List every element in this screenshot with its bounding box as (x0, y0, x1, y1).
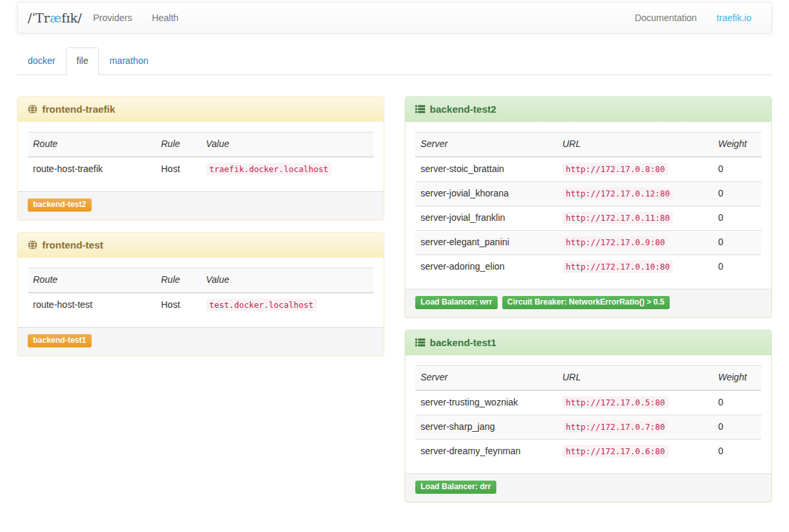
frontend-traefik-body: Route Rule Value route-host-traefik Host… (18, 122, 384, 191)
table-row: route-host-test Host test.docker.localho… (28, 293, 374, 317)
column-header-url: URL (557, 132, 713, 156)
load-balancer-badge: Load Balancer: wrr (415, 296, 498, 309)
url-cell: http://172.17.0.7:80 (557, 415, 713, 440)
frontend-test-panel: frontend-test Route Rule Value (17, 232, 384, 356)
column-header-url: URL (557, 366, 713, 390)
column-header-route: Route (28, 132, 156, 156)
panel-title: backend-test2 (430, 103, 496, 115)
nav-item-documentation[interactable]: Documentation (625, 4, 707, 32)
servers-table: Server URL Weight server-trusting_woznia… (415, 365, 761, 463)
tab-docker[interactable]: docker (17, 47, 66, 75)
servers-table: Server URL Weight server-stoic_brattain … (415, 132, 761, 279)
panel-title: backend-test1 (430, 337, 496, 348)
provider-tabs: docker file marathon (17, 47, 772, 75)
frontend-traefik-panel: frontend-traefik Route Rule Value (17, 96, 384, 220)
nav-item-health[interactable]: Health (142, 4, 188, 32)
weight-cell: 0 (713, 254, 762, 278)
frontend-test-footer: backend-test1 (18, 327, 384, 355)
tasks-icon (415, 338, 425, 347)
backend-test1-heading: backend-test1 (405, 330, 771, 355)
table-row: route-host-traefik Host traefik.docker.l… (28, 157, 374, 181)
weight-cell: 0 (713, 157, 762, 181)
column-header-value: Value (201, 132, 374, 156)
backend-test2-body: Server URL Weight server-stoic_brattain … (405, 122, 771, 289)
table-row: server-trusting_wozniak http://172.17.0.… (415, 390, 761, 415)
url-cell: http://172.17.0.6:80 (557, 440, 713, 463)
server-cell: server-adoring_elion (415, 254, 557, 278)
url-cell: http://172.17.0.12:80 (557, 181, 713, 206)
tab-file[interactable]: file (66, 47, 99, 75)
table-header-row: Server URL Weight (415, 366, 761, 390)
navbar-right-menu: Documentation traefik.io (625, 3, 761, 33)
server-cell: server-jovial_franklin (415, 206, 557, 230)
backend-test2-footer: Load Balancer: wrr Circuit Breaker: Netw… (405, 289, 771, 317)
server-cell: server-dreamy_feynman (415, 440, 557, 463)
server-cell: server-stoic_brattain (415, 157, 557, 181)
frontend-test-body: Route Rule Value route-host-test Host te… (18, 258, 384, 327)
table-row: server-stoic_brattain http://172.17.0.8:… (415, 157, 761, 181)
table-row: server-adoring_elion http://172.17.0.10:… (415, 254, 761, 278)
url-cell: http://172.17.0.10:80 (557, 254, 713, 278)
backend-ref-badge: backend-test2 (28, 198, 92, 212)
rule-value-code: test.docker.localhost (206, 299, 317, 311)
table-row: server-sharp_jang http://172.17.0.7:80 0 (415, 415, 761, 440)
server-url-code: http://172.17.0.9:80 (562, 236, 668, 249)
route-cell: route-host-test (28, 293, 156, 317)
backend-test1-footer: Load Balancer: drr (405, 473, 771, 502)
nav-item-traefik-io[interactable]: traefik.io (707, 4, 761, 32)
route-cell: route-host-traefik (28, 157, 156, 181)
backends-column: backend-test2 Server URL Weight (405, 96, 772, 514)
routes-table: Route Rule Value route-host-test Host te… (28, 268, 374, 317)
logo-text-accent: æ (49, 11, 61, 25)
weight-cell: 0 (713, 440, 762, 463)
table-header-row: Route Rule Value (28, 268, 374, 293)
column-header-server: Server (415, 132, 557, 156)
url-cell: http://172.17.0.8:80 (557, 157, 713, 181)
table-row: server-jovial_franklin http://172.17.0.1… (415, 206, 761, 230)
server-cell: server-trusting_wozniak (415, 390, 557, 415)
frontend-test-heading: frontend-test (18, 233, 384, 258)
server-url-code: http://172.17.0.10:80 (562, 260, 673, 273)
server-url-code: http://172.17.0.5:80 (562, 396, 668, 409)
column-header-route: Route (28, 268, 156, 293)
server-url-code: http://172.17.0.11:80 (562, 212, 673, 224)
column-header-weight: Weight (713, 132, 762, 156)
circuit-breaker-badge: Circuit Breaker: NetworkErrorRatio() > 0… (502, 296, 670, 309)
server-url-code: http://172.17.0.12:80 (562, 187, 673, 200)
logo-text-pre: /ˈTr (28, 11, 49, 25)
rule-cell: Host (156, 157, 200, 181)
server-url-code: http://172.17.0.7:80 (562, 421, 668, 433)
server-url-code: http://172.17.0.6:80 (562, 445, 668, 458)
traefik-logo[interactable]: /ˈTræfɪk/ (28, 11, 82, 25)
rule-cell: Host (156, 293, 200, 317)
weight-cell: 0 (713, 415, 762, 440)
column-header-server: Server (415, 366, 557, 390)
weight-cell: 0 (713, 390, 762, 415)
logo-text-post: fɪk/ (61, 11, 82, 25)
url-cell: http://172.17.0.11:80 (557, 206, 713, 230)
globe-icon (28, 240, 38, 250)
server-cell: server-jovial_khorana (415, 181, 557, 206)
frontends-column: frontend-traefik Route Rule Value (17, 96, 384, 368)
load-balancer-badge: Load Balancer: drr (415, 481, 496, 494)
traefik-dashboard: /ˈTræfɪk/ Providers Health Documentation… (0, 0, 789, 514)
content-row: frontend-traefik Route Rule Value (17, 96, 772, 514)
weight-cell: 0 (713, 206, 762, 230)
globe-icon (28, 104, 38, 114)
tasks-icon (415, 104, 425, 114)
backend-test2-heading: backend-test2 (405, 97, 771, 122)
value-cell: traefik.docker.localhost (201, 157, 374, 181)
column-header-value: Value (201, 268, 374, 293)
panel-title: frontend-test (42, 239, 103, 251)
server-url-code: http://172.17.0.8:80 (562, 163, 668, 175)
nav-item-providers[interactable]: Providers (83, 4, 142, 32)
navbar-left-menu: Providers Health (83, 3, 189, 33)
column-header-rule: Rule (156, 268, 200, 293)
frontend-traefik-heading: frontend-traefik (18, 97, 384, 122)
table-row: server-elegant_panini http://172.17.0.9:… (415, 230, 761, 254)
weight-cell: 0 (713, 181, 762, 206)
navbar: /ˈTræfɪk/ Providers Health Documentation… (17, 2, 772, 34)
tab-marathon[interactable]: marathon (99, 47, 159, 75)
routes-table: Route Rule Value route-host-traefik Host… (28, 132, 374, 181)
rule-value-code: traefik.docker.localhost (206, 163, 332, 175)
